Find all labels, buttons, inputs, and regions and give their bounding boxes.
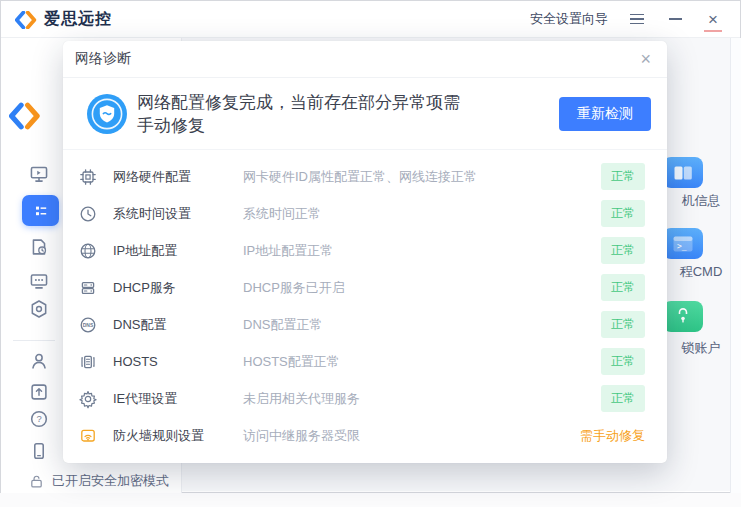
sidebar-item-devices[interactable] [28, 270, 50, 292]
diagnostic-row-network-hardware: 网络硬件配置 网卡硬件ID属性配置正常、网线连接正常 正常 [63, 158, 667, 195]
minimize-button[interactable] [666, 10, 684, 28]
status-warn-text: 需手动修复 [580, 427, 645, 445]
diagnostic-row-hosts: HOSTS HOSTS配置正常 正常 [63, 343, 667, 380]
diagnostic-row-dns: DNS DNS配置 DNS配置正常 正常 [63, 306, 667, 343]
diagnostic-row-ip-address: IP地址配置 IP地址配置正常 正常 [63, 232, 667, 269]
sidebar-divider [13, 340, 55, 341]
feature-host-info[interactable] [663, 157, 703, 188]
titlebar-border [1, 37, 740, 38]
status-badge: 正常 [601, 237, 645, 264]
status-badge: 正常 [601, 348, 645, 375]
app-logo: 爱思远控 [15, 9, 112, 30]
upload-box-icon [29, 382, 49, 402]
status-badge: 正常 [601, 163, 645, 190]
document-clock-icon [29, 237, 49, 257]
sidebar-item-account[interactable] [28, 350, 50, 372]
sidebar-item-help[interactable]: ? [28, 408, 50, 430]
feature-remote-cmd[interactable]: >_ [663, 228, 703, 259]
sidebar-logo-icon [9, 102, 41, 130]
screen: 爱思远控 安全设置向导 × [0, 0, 741, 507]
clock-icon [77, 203, 99, 225]
app-window: 爱思远控 安全设置向导 × [0, 0, 741, 493]
feature-host-info-label[interactable]: 机信息 [661, 192, 741, 210]
titlebar-controls: 安全设置向导 × [530, 1, 722, 37]
sidebar-item-remote-control[interactable] [28, 163, 50, 185]
row-desc: IP地址配置正常 [243, 242, 601, 260]
monitor-dots-icon [29, 271, 49, 291]
diagnostic-list: 网络硬件配置 网卡硬件ID属性配置正常、网线连接正常 正常 系统时间设置 系统时… [63, 150, 667, 454]
row-label: IE代理设置 [113, 390, 243, 408]
firewall-icon [77, 425, 99, 447]
row-desc: DNS配置正常 [243, 316, 601, 334]
row-label: DHCP服务 [113, 279, 243, 297]
svg-text:?: ? [36, 413, 41, 424]
dns-globe-icon: DNS [77, 314, 99, 336]
dialog-header: 网络配置修复完成，当前存在部分异常项需手动修复 重新检测 [63, 78, 667, 150]
monitor-share-icon [29, 164, 49, 184]
sidebar-item-mobile[interactable] [28, 440, 50, 462]
phone-icon [29, 441, 49, 461]
globe-icon [77, 240, 99, 262]
row-desc: HOSTS配置正常 [243, 353, 601, 371]
terminal-icon: >_ [663, 228, 703, 259]
list-icon [32, 202, 50, 220]
minimize-icon [669, 18, 682, 20]
encryption-status-text: 已开启安全加密模式 [52, 472, 169, 490]
logo-chevrons-icon [15, 11, 37, 29]
diagnostic-row-system-time: 系统时间设置 系统时间正常 正常 [63, 195, 667, 232]
close-window-button[interactable]: × [704, 10, 722, 28]
svg-text:DNS: DNS [83, 322, 94, 328]
dialog-close-button[interactable]: × [640, 50, 651, 68]
hexagon-shield-icon [29, 299, 49, 319]
diagnostic-row-dhcp: DHCP服务 DHCP服务已开启 正常 [63, 269, 667, 306]
sidebar-item-diagnostics-selected[interactable] [22, 195, 59, 226]
recheck-button[interactable]: 重新检测 [559, 97, 651, 131]
close-icon: × [708, 11, 718, 28]
menu-button[interactable] [628, 10, 646, 28]
row-label: DNS配置 [113, 316, 243, 334]
host-info-icon [663, 157, 703, 188]
row-label: 系统时间设置 [113, 205, 243, 223]
server-icon [77, 277, 99, 299]
diagnostic-row-firewall: 防火墙规则设置 访问中继服务器受限 需手动修复 [63, 417, 667, 454]
app-title: 爱思远控 [44, 9, 112, 30]
dialog-title: 网络诊断 [75, 50, 131, 68]
row-desc: DHCP服务已开启 [243, 279, 601, 297]
svg-text:>_: >_ [677, 241, 687, 250]
status-badge: 正常 [601, 200, 645, 227]
sidebar-item-records[interactable] [28, 236, 50, 258]
dialog-message: 网络配置修复完成，当前存在部分异常项需手动修复 [137, 91, 467, 137]
sidebar-item-security[interactable] [28, 298, 50, 320]
shield-check-icon [87, 94, 127, 134]
row-desc: 网卡硬件ID属性配置正常、网线连接正常 [243, 168, 601, 186]
row-desc: 系统时间正常 [243, 205, 601, 223]
diagnostic-row-ie-proxy: IE代理设置 未启用相关代理服务 正常 [63, 380, 667, 417]
status-badge: 正常 [601, 274, 645, 301]
row-desc: 未启用相关代理服务 [243, 390, 601, 408]
status-badge: 正常 [601, 385, 645, 412]
network-diagnostics-dialog: 网络诊断 × 网络配置修复完成，当前存在部分异常项需手动修复 重新检测 [63, 41, 667, 463]
right-divider [730, 38, 731, 493]
lock-icon [29, 474, 44, 489]
sidebar-item-upload[interactable] [28, 381, 50, 403]
hosts-icon [77, 351, 99, 373]
close-accent-underline [704, 30, 722, 32]
question-circle-icon: ? [29, 409, 49, 429]
status-badge: 正常 [601, 311, 645, 338]
unlock-account-icon [663, 301, 703, 332]
user-icon [29, 351, 49, 371]
gear-icon [77, 388, 99, 410]
encryption-statusbar: 已开启安全加密模式 [29, 472, 169, 490]
row-label: 网络硬件配置 [113, 168, 243, 186]
row-label: HOSTS [113, 354, 243, 369]
row-label: IP地址配置 [113, 242, 243, 260]
dialog-titlebar: 网络诊断 × [63, 41, 667, 78]
chip-icon [77, 166, 99, 188]
security-wizard-button[interactable]: 安全设置向导 [530, 10, 608, 28]
feature-remote-cmd-label[interactable]: 程CMD [661, 263, 741, 281]
row-label: 防火墙规则设置 [113, 427, 243, 445]
hamburger-icon [630, 14, 644, 24]
row-desc: 访问中继服务器受限 [243, 427, 580, 445]
feature-unlock-account[interactable] [663, 301, 703, 332]
feature-unlock-account-label[interactable]: 锁账户 [661, 339, 741, 357]
